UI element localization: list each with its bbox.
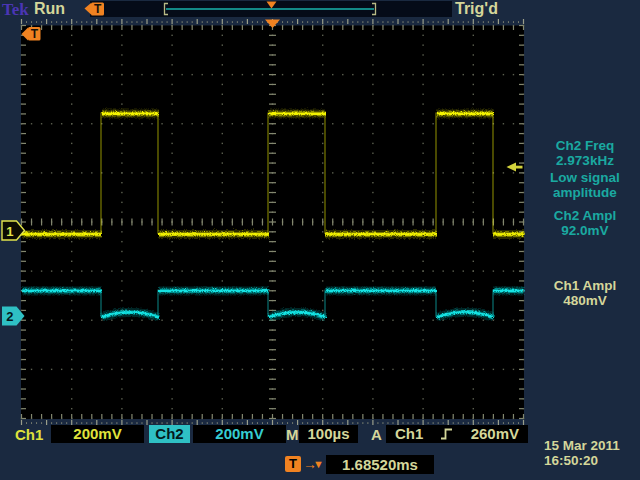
acquisition-status: Run — [34, 0, 65, 18]
measurement-label: Ch1 Ampl — [532, 279, 638, 294]
date: 15 Mar 2011 — [544, 438, 620, 453]
record-window-left-bracket — [165, 4, 169, 15]
trigger-delay-value: 1.68520ms — [326, 455, 434, 474]
trigger-bus-label: A — [371, 426, 382, 443]
time: 16:50:20 — [544, 453, 620, 468]
trigger-delay-symbol: T — [285, 456, 301, 472]
graticule — [21, 26, 524, 420]
trigger-offscreen-flag-topbar-icon: T — [85, 2, 105, 16]
record-window-right-bracket — [372, 4, 376, 15]
datetime: 15 Mar 2011 16:50:20 — [544, 438, 620, 468]
ch2-ground-marker: 2 — [2, 307, 25, 326]
tek-logo: Tek — [2, 0, 29, 20]
svg-text:1: 1 — [6, 224, 13, 239]
measurement-value: 2.973kHz — [532, 154, 638, 169]
measurement-ch2-freq: Ch2 Freq 2.973kHz — [532, 139, 638, 168]
trigger-status: Trig'd — [455, 0, 498, 18]
trigger-level-arrow-icon — [507, 163, 523, 172]
measurement-label: Ch2 Freq — [532, 139, 638, 154]
trigger-position-marker-icon — [265, 20, 280, 29]
measurement-warning: Low signal amplitude — [532, 171, 638, 200]
ch1-ground-marker: 1 — [2, 221, 25, 240]
oscilloscope-screen: T T 1 2 Tek Run Trig' — [0, 0, 640, 480]
measurement-value: 480mV — [532, 294, 638, 309]
svg-text:T: T — [31, 27, 39, 41]
ch1-scale-readout: 200mV — [51, 425, 144, 443]
ch2-trace — [22, 290, 524, 317]
scope-graphics: T T 1 2 — [0, 0, 640, 480]
trigger-offscreen-flag-icon: T — [22, 27, 41, 41]
measurement-ch1-ampl: Ch1 Ampl 480mV — [532, 279, 638, 308]
record-trigger-marker-icon — [267, 2, 277, 9]
waveform-traces — [22, 113, 524, 317]
record-view-bar — [90, 1, 452, 17]
timebase-readout: 100µs — [299, 425, 358, 443]
timebase-label: M — [286, 426, 299, 443]
ch1-trace — [22, 113, 524, 234]
ch2-label-selected: Ch2 — [149, 425, 190, 443]
trigger-readout: Ch1 260mV — [386, 425, 528, 443]
trigger-source: Ch1 — [395, 425, 423, 443]
ch1-label: Ch1 — [15, 426, 43, 443]
triangle-marker-icon: ▼ — [313, 456, 324, 473]
graticule-grid — [21, 25, 524, 419]
trigger-level: 260mV — [471, 425, 519, 443]
measurement-value: 92.0mV — [532, 224, 638, 239]
measurement-label: Ch2 Ampl — [532, 209, 638, 224]
svg-text:2: 2 — [6, 309, 13, 324]
ch2-scale-readout: 200mV — [193, 425, 286, 443]
svg-text:T: T — [94, 2, 102, 16]
measurement-ch2-ampl: Ch2 Ampl 92.0mV — [532, 209, 638, 238]
acquisition-ruler — [21, 19, 524, 425]
rising-edge-icon — [439, 425, 454, 443]
